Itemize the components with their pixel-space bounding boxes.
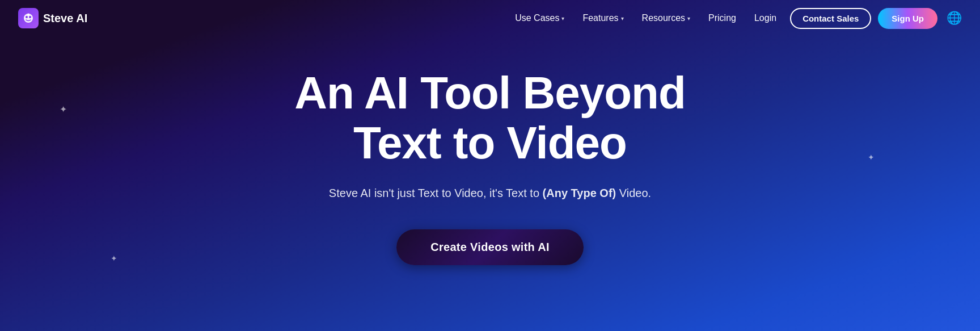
chevron-down-icon: ▾ [561,15,564,22]
hero-section: An AI Tool Beyond Text to Video Steve AI… [0,45,980,265]
contact-sales-button[interactable]: Contact Sales [790,8,871,29]
page-wrapper: ✦ ✦ ✦ Steve AI Use Cases ▾ [0,0,980,331]
svg-point-2 [29,16,31,18]
nav-pricing[interactable]: Pricing [708,13,736,23]
logo[interactable]: Steve AI [18,8,87,28]
logo-text: Steve AI [43,12,87,25]
svg-point-3 [28,14,29,15]
nav-features[interactable]: Features ▾ [582,13,623,23]
globe-icon[interactable]: 🌐 [947,11,962,26]
chevron-down-icon: ▾ [687,15,690,22]
chevron-down-icon: ▾ [621,15,624,22]
hero-title: An AI Tool Beyond Text to Video [294,68,686,168]
create-videos-button[interactable]: Create Videos with AI [396,229,584,265]
nav-use-cases[interactable]: Use Cases ▾ [515,13,564,23]
logo-icon [18,8,39,28]
nav-actions: Contact Sales Sign Up 🌐 [790,8,962,29]
svg-point-1 [26,16,28,18]
nav-login[interactable]: Login [754,13,776,23]
navbar: Steve AI Use Cases ▾ Features ▾ Resource… [0,0,980,36]
nav-links: Use Cases ▾ Features ▾ Resources ▾ Prici… [515,13,776,23]
nav-resources[interactable]: Resources ▾ [642,13,690,23]
signup-button[interactable]: Sign Up [878,8,937,29]
hero-subtitle: Steve AI isn't just Text to Video, it's … [329,184,651,202]
